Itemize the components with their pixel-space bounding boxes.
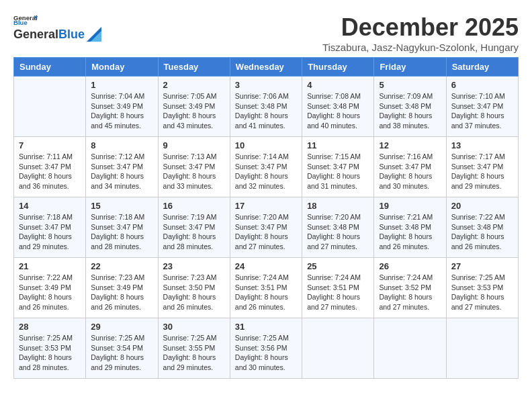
day-number: 15 — [91, 201, 152, 211]
month-title: December 2025 — [322, 13, 519, 42]
calendar-cell: 12Sunrise: 7:16 AMSunset: 3:47 PMDayligh… — [374, 137, 446, 197]
day-detail: Sunrise: 7:23 AMSunset: 3:50 PMDaylight:… — [163, 273, 225, 312]
day-number: 20 — [451, 201, 513, 211]
calendar-cell: 29Sunrise: 7:25 AMSunset: 3:54 PMDayligh… — [86, 318, 158, 379]
day-detail: Sunrise: 7:06 AMSunset: 3:48 PMDaylight:… — [235, 91, 297, 131]
day-detail: Sunrise: 7:25 AMSunset: 3:55 PMDaylight:… — [163, 333, 225, 373]
col-header-monday: Monday — [86, 58, 158, 77]
calendar-header-row: SundayMondayTuesdayWednesdayThursdayFrid… — [14, 58, 519, 77]
day-detail: Sunrise: 7:24 AMSunset: 3:52 PMDaylight:… — [379, 273, 441, 312]
calendar-cell: 17Sunrise: 7:20 AMSunset: 3:47 PMDayligh… — [230, 197, 302, 258]
calendar-cell: 8Sunrise: 7:12 AMSunset: 3:47 PMDaylight… — [86, 137, 158, 197]
calendar-cell: 1Sunrise: 7:04 AMSunset: 3:49 PMDaylight… — [86, 77, 158, 137]
day-number: 10 — [235, 140, 297, 150]
day-detail: Sunrise: 7:09 AMSunset: 3:48 PMDaylight:… — [379, 91, 441, 131]
calendar-cell: 23Sunrise: 7:23 AMSunset: 3:50 PMDayligh… — [158, 258, 230, 318]
calendar-cell: 15Sunrise: 7:18 AMSunset: 3:47 PMDayligh… — [86, 197, 158, 258]
day-detail: Sunrise: 7:20 AMSunset: 3:48 PMDaylight:… — [307, 212, 369, 252]
day-number: 30 — [163, 322, 225, 332]
day-detail: Sunrise: 7:20 AMSunset: 3:47 PMDaylight:… — [235, 212, 297, 252]
day-detail: Sunrise: 7:25 AMSunset: 3:56 PMDaylight:… — [235, 333, 297, 373]
day-detail: Sunrise: 7:25 AMSunset: 3:54 PMDaylight:… — [91, 333, 152, 373]
day-number: 31 — [235, 322, 297, 332]
day-detail: Sunrise: 7:11 AMSunset: 3:47 PMDaylight:… — [19, 152, 81, 191]
calendar-cell: 18Sunrise: 7:20 AMSunset: 3:48 PMDayligh… — [302, 197, 374, 258]
day-number: 12 — [379, 140, 441, 150]
day-number: 25 — [307, 261, 369, 271]
location-title: Tiszabura, Jasz-Nagykun-Szolonk, Hungary — [322, 42, 519, 53]
day-number: 24 — [235, 261, 297, 271]
logo-general: General — [13, 28, 58, 42]
day-number: 23 — [163, 261, 225, 271]
day-number: 3 — [235, 80, 297, 90]
logo-triangle-icon — [87, 27, 101, 42]
calendar-cell: 7Sunrise: 7:11 AMSunset: 3:47 PMDaylight… — [14, 137, 86, 197]
day-detail: Sunrise: 7:15 AMSunset: 3:47 PMDaylight:… — [307, 152, 369, 191]
calendar-cell: 21Sunrise: 7:22 AMSunset: 3:49 PMDayligh… — [14, 258, 86, 318]
calendar-cell: 3Sunrise: 7:06 AMSunset: 3:48 PMDaylight… — [230, 77, 302, 137]
calendar-cell: 9Sunrise: 7:13 AMSunset: 3:47 PMDaylight… — [158, 137, 230, 197]
day-number: 27 — [451, 261, 513, 271]
day-detail: Sunrise: 7:16 AMSunset: 3:47 PMDaylight:… — [379, 152, 441, 191]
calendar-cell: 19Sunrise: 7:21 AMSunset: 3:48 PMDayligh… — [374, 197, 446, 258]
calendar-cell: 16Sunrise: 7:19 AMSunset: 3:47 PMDayligh… — [158, 197, 230, 258]
day-detail: Sunrise: 7:24 AMSunset: 3:51 PMDaylight:… — [235, 273, 297, 312]
page-header: General Blue General Blue December 2025 … — [13, 13, 519, 53]
day-detail: Sunrise: 7:10 AMSunset: 3:47 PMDaylight:… — [451, 91, 513, 131]
day-number: 9 — [163, 140, 225, 150]
day-number: 11 — [307, 140, 369, 150]
logo-icon: General Blue — [13, 13, 38, 26]
day-detail: Sunrise: 7:19 AMSunset: 3:47 PMDaylight:… — [163, 212, 225, 252]
day-detail: Sunrise: 7:04 AMSunset: 3:49 PMDaylight:… — [91, 91, 152, 131]
col-header-sunday: Sunday — [14, 58, 86, 77]
day-detail: Sunrise: 7:22 AMSunset: 3:48 PMDaylight:… — [451, 212, 513, 252]
day-number: 21 — [19, 261, 81, 271]
calendar-cell: 22Sunrise: 7:23 AMSunset: 3:49 PMDayligh… — [86, 258, 158, 318]
day-number: 1 — [91, 80, 152, 90]
calendar-cell: 31Sunrise: 7:25 AMSunset: 3:56 PMDayligh… — [230, 318, 302, 379]
day-detail: Sunrise: 7:25 AMSunset: 3:53 PMDaylight:… — [19, 333, 81, 373]
day-number: 17 — [235, 201, 297, 211]
calendar-cell: 13Sunrise: 7:17 AMSunset: 3:47 PMDayligh… — [446, 137, 518, 197]
day-detail: Sunrise: 7:12 AMSunset: 3:47 PMDaylight:… — [91, 152, 152, 191]
calendar-cell: 14Sunrise: 7:18 AMSunset: 3:47 PMDayligh… — [14, 197, 86, 258]
calendar-week-row: 21Sunrise: 7:22 AMSunset: 3:49 PMDayligh… — [14, 258, 519, 318]
day-detail: Sunrise: 7:08 AMSunset: 3:48 PMDaylight:… — [307, 91, 369, 131]
calendar-cell: 20Sunrise: 7:22 AMSunset: 3:48 PMDayligh… — [446, 197, 518, 258]
calendar-cell: 2Sunrise: 7:05 AMSunset: 3:49 PMDaylight… — [158, 77, 230, 137]
day-number: 5 — [379, 80, 441, 90]
calendar-cell — [374, 318, 446, 379]
day-detail: Sunrise: 7:23 AMSunset: 3:49 PMDaylight:… — [91, 273, 152, 312]
day-detail: Sunrise: 7:24 AMSunset: 3:51 PMDaylight:… — [307, 273, 369, 312]
day-number: 13 — [451, 140, 513, 150]
col-header-friday: Friday — [374, 58, 446, 77]
calendar-week-row: 28Sunrise: 7:25 AMSunset: 3:53 PMDayligh… — [14, 318, 519, 379]
day-number: 6 — [451, 80, 513, 90]
calendar-cell: 28Sunrise: 7:25 AMSunset: 3:53 PMDayligh… — [14, 318, 86, 379]
day-number: 4 — [307, 80, 369, 90]
day-number: 22 — [91, 261, 152, 271]
calendar-cell: 24Sunrise: 7:24 AMSunset: 3:51 PMDayligh… — [230, 258, 302, 318]
title-area: December 2025 Tiszabura, Jasz-Nagykun-Sz… — [322, 13, 519, 53]
calendar-week-row: 14Sunrise: 7:18 AMSunset: 3:47 PMDayligh… — [14, 197, 519, 258]
calendar-cell — [14, 77, 86, 137]
calendar-table: SundayMondayTuesdayWednesdayThursdayFrid… — [13, 57, 519, 379]
day-detail: Sunrise: 7:21 AMSunset: 3:48 PMDaylight:… — [379, 212, 441, 252]
day-detail: Sunrise: 7:22 AMSunset: 3:49 PMDaylight:… — [19, 273, 81, 312]
logo: General Blue General Blue — [13, 13, 101, 42]
day-number: 18 — [307, 201, 369, 211]
col-header-wednesday: Wednesday — [230, 58, 302, 77]
calendar-cell: 30Sunrise: 7:25 AMSunset: 3:55 PMDayligh… — [158, 318, 230, 379]
calendar-cell: 27Sunrise: 7:25 AMSunset: 3:53 PMDayligh… — [446, 258, 518, 318]
day-detail: Sunrise: 7:18 AMSunset: 3:47 PMDaylight:… — [19, 212, 81, 252]
col-header-tuesday: Tuesday — [158, 58, 230, 77]
day-number: 7 — [19, 140, 81, 150]
calendar-cell: 25Sunrise: 7:24 AMSunset: 3:51 PMDayligh… — [302, 258, 374, 318]
calendar-cell: 6Sunrise: 7:10 AMSunset: 3:47 PMDaylight… — [446, 77, 518, 137]
day-number: 19 — [379, 201, 441, 211]
calendar-cell — [446, 318, 518, 379]
calendar-cell: 5Sunrise: 7:09 AMSunset: 3:48 PMDaylight… — [374, 77, 446, 137]
day-detail: Sunrise: 7:25 AMSunset: 3:53 PMDaylight:… — [451, 273, 513, 312]
calendar-cell: 26Sunrise: 7:24 AMSunset: 3:52 PMDayligh… — [374, 258, 446, 318]
day-number: 16 — [163, 201, 225, 211]
